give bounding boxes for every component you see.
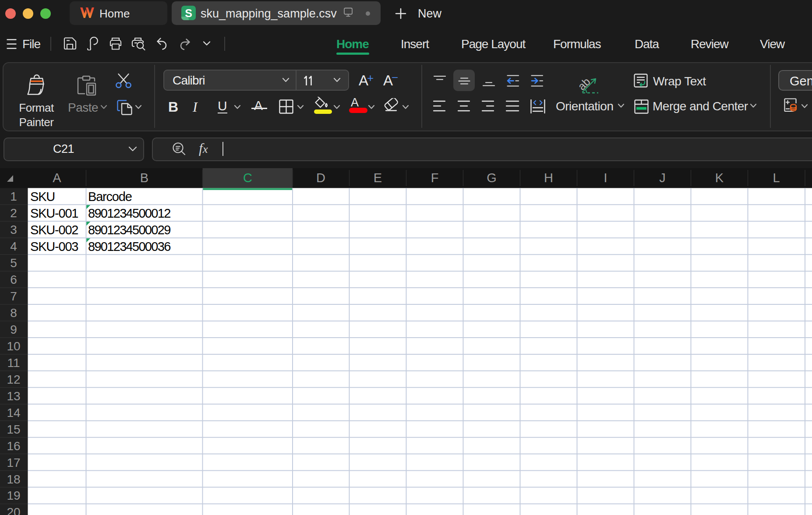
svg-text:H: H — [544, 171, 553, 185]
svg-text:F: F — [431, 171, 439, 185]
svg-text:1: 1 — [10, 190, 17, 203]
svg-text:SKU: SKU — [30, 190, 55, 204]
svg-text:11: 11 — [7, 356, 20, 370]
svg-text:6: 6 — [10, 273, 17, 286]
svg-text:9: 9 — [10, 323, 17, 336]
svg-text:5: 5 — [10, 256, 17, 270]
svg-text:J: J — [659, 171, 666, 185]
svg-text:14: 14 — [7, 406, 20, 420]
svg-text:I: I — [604, 171, 607, 185]
svg-text:B: B — [140, 171, 148, 185]
svg-text:G: G — [487, 171, 497, 185]
svg-text:18: 18 — [7, 473, 20, 486]
svg-text:C: C — [243, 171, 252, 185]
svg-text:8901234500036: 8901234500036 — [88, 240, 170, 254]
svg-text:3: 3 — [10, 223, 17, 236]
svg-text:SKU-003: SKU-003 — [30, 240, 78, 254]
svg-text:10: 10 — [7, 339, 20, 353]
svg-text:D: D — [316, 171, 325, 185]
svg-text:19: 19 — [7, 489, 20, 502]
svg-text:E: E — [374, 171, 382, 185]
svg-text:15: 15 — [7, 423, 20, 436]
svg-text:17: 17 — [7, 456, 20, 469]
svg-text:K: K — [715, 171, 724, 185]
svg-text:A: A — [53, 171, 61, 185]
svg-text:L: L — [773, 171, 780, 185]
svg-text:20: 20 — [7, 505, 20, 515]
svg-text:8: 8 — [10, 306, 17, 320]
svg-text:Barcode: Barcode — [88, 190, 132, 204]
svg-text:2: 2 — [10, 206, 17, 220]
svg-text:16: 16 — [7, 439, 20, 453]
svg-text:4: 4 — [10, 240, 17, 253]
svg-text:7: 7 — [10, 289, 17, 303]
svg-text:8901234500012: 8901234500012 — [88, 206, 170, 220]
svg-text:12: 12 — [7, 373, 20, 386]
svg-text:13: 13 — [7, 389, 20, 403]
svg-text:SKU-002: SKU-002 — [30, 223, 78, 237]
svg-text:8901234500029: 8901234500029 — [88, 223, 170, 237]
svg-text:SKU-001: SKU-001 — [30, 206, 78, 220]
